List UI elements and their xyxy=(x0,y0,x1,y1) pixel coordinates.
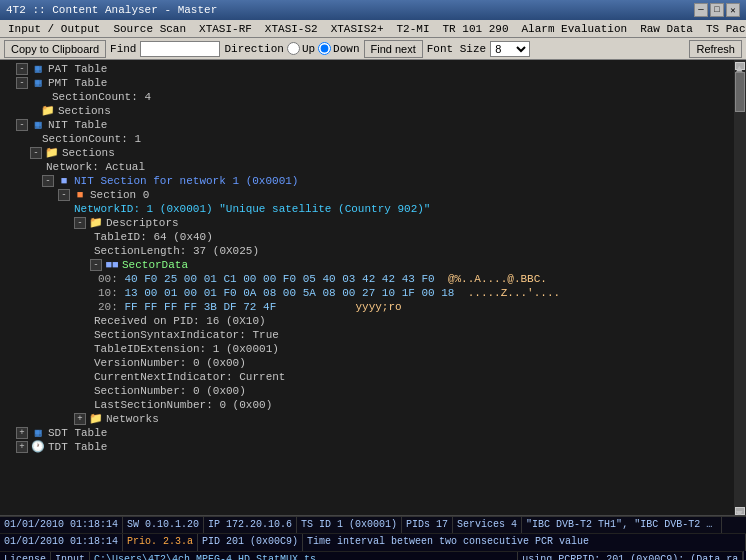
hex-bytes-10: 13 00 01 00 01 F0 0A 08 00 5A 08 00 27 1… xyxy=(124,286,454,300)
status-sw: SW 0.10.1.20 xyxy=(123,517,204,533)
find-next-button[interactable]: Find next xyxy=(364,40,423,58)
tree-node-nit: - ▦ NIT Table SectionCount: 1 - 📁 Sectio… xyxy=(2,118,732,426)
main-area: - ▦ PAT Table - ▦ PMT Table SectionCount… xyxy=(0,60,746,515)
folder-icon-networks: 📁 xyxy=(88,413,104,425)
copy-clipboard-button[interactable]: Copy to Clipboard xyxy=(4,40,106,58)
nit-sectioncount: SectionCount: 1 xyxy=(42,132,141,146)
expander-pat[interactable]: - xyxy=(16,63,28,75)
nit-sections: Sections xyxy=(62,146,115,160)
network-actual: Network: Actual xyxy=(46,160,145,174)
networkid-label: NetworkID: 1 (0x0001) "Unique satellite … xyxy=(74,202,430,216)
clock-icon-tdt: 🕐 xyxy=(30,441,46,453)
pcr-pid: PID 201 (0x00C9) xyxy=(198,534,303,551)
table-icon-pat: ▦ xyxy=(30,63,46,75)
menu-source-scan[interactable]: Source Scan xyxy=(107,22,192,36)
tree-node-pat: - ▦ PAT Table xyxy=(2,62,732,76)
license-using: using PCRPID: 201 (0x00C9): (Data ra xyxy=(518,552,743,560)
hex-offset-00: 00: xyxy=(98,272,118,286)
folder-icon-descriptors: 📁 xyxy=(88,217,104,229)
status-ip: IP 172.20.10.6 xyxy=(204,517,297,533)
menu-bar: Input / Output Source Scan XTASI-RF XTAS… xyxy=(0,20,746,38)
networks-label: Networks xyxy=(106,412,159,426)
tableid-label: TableID: 64 (0x40) xyxy=(94,230,213,244)
up-radio[interactable] xyxy=(287,42,300,55)
expander-tdt[interactable]: + xyxy=(16,441,28,453)
sectionlength-label: SectionLength: 37 (0X025) xyxy=(94,244,259,258)
pmt-label: PMT Table xyxy=(48,76,107,90)
hex-bytes-00: 40 F0 25 00 01 C1 00 00 F0 05 40 03 42 4… xyxy=(124,272,434,286)
expander-nitsection[interactable]: - xyxy=(42,175,54,187)
hex-offset-20: 20: xyxy=(98,300,118,314)
down-radio-label[interactable]: Down xyxy=(318,42,359,55)
menu-t2mi[interactable]: T2-MI xyxy=(390,22,435,36)
left-lower: License Input C:\Users\4T2\4ch MPEG-4 HD… xyxy=(0,551,743,560)
vertical-scrollbar[interactable]: ▲ ▼ xyxy=(734,60,746,515)
tree-view[interactable]: - ▦ PAT Table - ▦ PMT Table SectionCount… xyxy=(0,60,734,515)
expander-sections2[interactable]: - xyxy=(30,147,42,159)
tdt-label: TDT Table xyxy=(48,440,107,454)
up-radio-label[interactable]: Up xyxy=(287,42,315,55)
down-radio[interactable] xyxy=(318,42,331,55)
nit-section-label: NIT Section for network 1 (0x0001) xyxy=(74,174,298,188)
license-row: License Input C:\Users\4T2\4ch MPEG-4 HD… xyxy=(0,551,743,560)
menu-raw-data[interactable]: Raw Data xyxy=(634,22,699,36)
syntaxindicator-label: SectionSyntaxIndicator: True xyxy=(94,328,279,342)
expander-networks[interactable]: + xyxy=(74,413,86,425)
descriptors-label: Descriptors xyxy=(106,216,179,230)
scroll-up-button[interactable]: ▲ xyxy=(735,62,745,70)
font-size-label: Font Size xyxy=(427,43,486,55)
table-icon-nit: ▦ xyxy=(30,119,46,131)
status-row-1: 01/01/2010 01:18:14 SW 0.10.1.20 IP 172.… xyxy=(0,515,746,533)
data-icon-sectordata: ■■ xyxy=(104,259,120,271)
versionnumber-label: VersionNumber: 0 (0x00) xyxy=(94,356,246,370)
pmt-sectioncount: SectionCount: 4 xyxy=(52,90,151,104)
hex-offset-10: 10: xyxy=(98,286,118,300)
data-icon-nitsection: ■ xyxy=(56,175,72,187)
expander-descriptors[interactable]: - xyxy=(74,217,86,229)
expander-pmt[interactable]: - xyxy=(16,77,28,89)
status-datetime: 01/01/2010 01:18:14 xyxy=(0,517,123,533)
status-row-2: 01/01/2010 01:18:14 Prio. 2.3.a PID 201 … xyxy=(0,533,746,551)
sectionnumber-label: SectionNumber: 0 (0x00) xyxy=(94,384,246,398)
status-stream-info: "IBC DVB-T2 TH1", "IBC DVB-T2 TH2", "IBC… xyxy=(522,517,722,533)
license-label: License xyxy=(0,552,51,560)
minimize-button[interactable]: ─ xyxy=(694,3,708,17)
tree-node-sdt: + ▦ SDT Table xyxy=(2,426,732,440)
expander-sdt[interactable]: + xyxy=(16,427,28,439)
maximize-button[interactable]: □ xyxy=(710,3,724,17)
table-icon-sdt: ▦ xyxy=(30,427,46,439)
scroll-down-button[interactable]: ▼ xyxy=(735,507,745,515)
sdt-label: SDT Table xyxy=(48,426,107,440)
window-title: 4T2 :: Content Analyser - Master xyxy=(6,4,217,16)
menu-xtasi-s2[interactable]: XTASI-S2 xyxy=(259,22,324,36)
menu-ts-packets[interactable]: TS Packets xyxy=(700,22,746,36)
find-input[interactable] xyxy=(140,41,220,57)
bottom-area: 01/01/2010 01:18:14 SW 0.10.1.20 IP 172.… xyxy=(0,515,746,560)
scroll-thumb[interactable] xyxy=(735,72,745,112)
font-size-select[interactable]: 89101112 xyxy=(490,41,530,57)
pcr-datetime: 01/01/2010 01:18:14 xyxy=(0,534,123,551)
folder-icon-sections1: 📁 xyxy=(40,105,56,117)
hex-bytes-20: FF FF FF FF 3B DF 72 4F xyxy=(124,300,276,314)
menu-xtasis2plus[interactable]: XTASIS2+ xyxy=(325,22,390,36)
close-button[interactable]: ✕ xyxy=(726,3,740,17)
menu-input-output[interactable]: Input / Output xyxy=(2,22,106,36)
expander-sectordata[interactable]: - xyxy=(90,259,102,271)
direction-label: Direction xyxy=(224,43,283,55)
section0-label: Section 0 xyxy=(90,188,149,202)
menu-alarm[interactable]: Alarm Evaluation xyxy=(516,22,634,36)
expander-nit[interactable]: - xyxy=(16,119,28,131)
menu-xtasi-rf[interactable]: XTASI-RF xyxy=(193,22,258,36)
license-path: C:\Users\4T2\4ch MPEG-4 HD StatMUX.ts xyxy=(90,552,518,560)
tree-node-tdt: + 🕐 TDT Table xyxy=(2,440,732,454)
table-icon-pmt: ▦ xyxy=(30,77,46,89)
status-services: Services 4 xyxy=(453,517,522,533)
find-label: Find xyxy=(110,43,136,55)
menu-tr101[interactable]: TR 101 290 xyxy=(437,22,515,36)
nit-label: NIT Table xyxy=(48,118,107,132)
direction-group: Direction Up Down xyxy=(224,42,359,55)
refresh-button[interactable]: Refresh xyxy=(689,40,742,58)
receivedonpid-label: Received on PID: 16 (0X10) xyxy=(94,314,266,328)
expander-section0[interactable]: - xyxy=(58,189,70,201)
pmt-sections: Sections xyxy=(58,104,111,118)
